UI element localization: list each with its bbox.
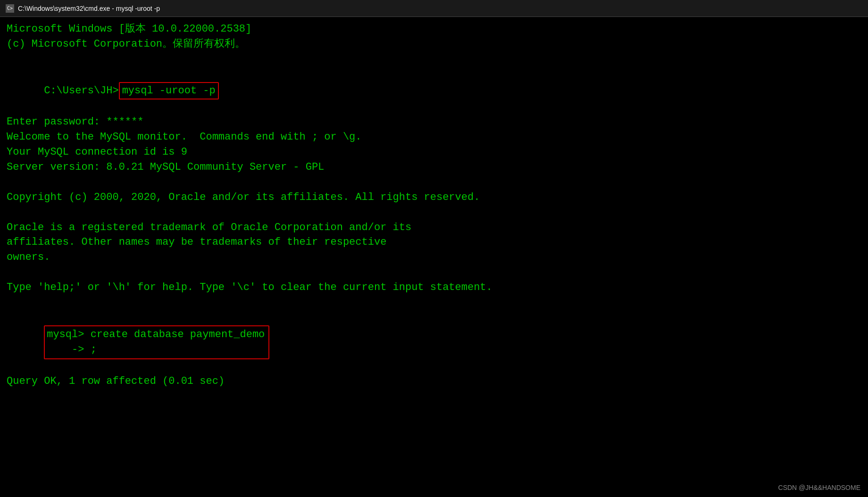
line-win-header2: (c) Microsoft Corporation。保留所有权利。 [7,37,861,52]
line-empty4 [7,265,861,280]
prompt-command: mysql -uroot -p [119,82,219,100]
line-connection: Your MySQL connection id is 9 [7,145,861,160]
terminal-body[interactable]: Microsoft Windows [版本 10.0.22000.2538] (… [0,17,868,497]
line-welcome: Welcome to the MySQL monitor. Commands e… [7,130,861,145]
create-command-box: mysql> create database payment_demo -> ; [44,325,269,359]
line-oracle1: Oracle is a registered trademark of Orac… [7,220,861,235]
line-win-header1: Microsoft Windows [版本 10.0.22000.2538] [7,22,861,37]
line-create-block: mysql> create database payment_demo -> ; [7,310,861,374]
line-oracle2: affiliates. Other names may be trademark… [7,235,861,250]
line-copyright: Copyright (c) 2000, 2020, Oracle and/or … [7,190,861,205]
create-line1: mysql> create database payment_demo [47,329,265,340]
title-bar-text: C:\Windows\system32\cmd.exe - mysql -uro… [18,5,160,12]
line-query-ok: Query OK, 1 row affected (0.01 sec) [7,374,861,389]
terminal-window: C> C:\Windows\system32\cmd.exe - mysql -… [0,0,868,497]
watermark: CSDN @JH&&HANDSOME [778,484,860,491]
line-empty2 [7,175,861,190]
line-empty6 [7,389,861,404]
line-oracle3: owners. [7,250,861,265]
line-prompt: C:\Users\JH>mysql -uroot -p [7,67,861,115]
cmd-icon: C> [6,4,14,13]
create-line2: -> ; [47,344,97,356]
line-empty1 [7,52,861,67]
line-help: Type 'help;' or '\h' for help. Type '\c'… [7,280,861,295]
prompt-prefix: C:\Users\JH> [44,85,118,97]
line-empty5 [7,295,861,310]
line-password: Enter password: ****** [7,115,861,130]
line-empty3 [7,205,861,220]
line-server: Server version: 8.0.21 MySQL Community S… [7,160,861,175]
title-bar: C> C:\Windows\system32\cmd.exe - mysql -… [0,0,868,17]
